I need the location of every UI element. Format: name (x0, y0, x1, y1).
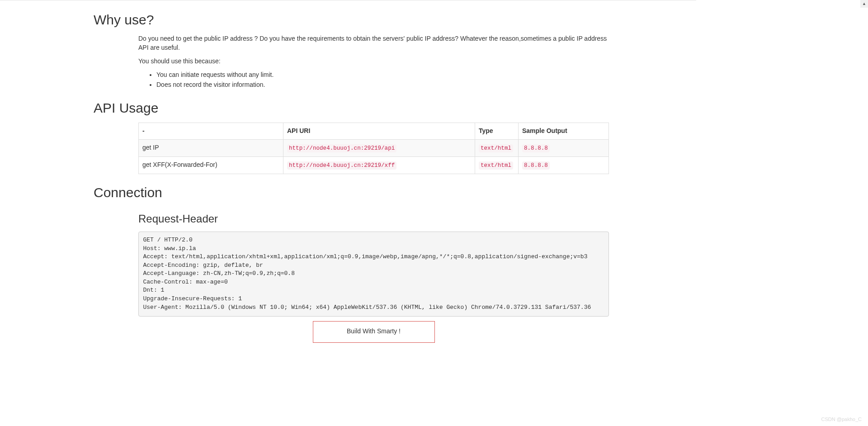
api-row-sample-cell: 8.8.8.8 (519, 156, 609, 174)
request-header-heading: Request-Header (138, 211, 609, 227)
api-type-code: text/html (479, 161, 513, 170)
api-row-name: get XFF(X-Forwarded-For) (139, 156, 283, 174)
table-header-sample: Sample Output (519, 123, 609, 139)
table-row: get IP http://node4.buuoj.cn:29219/api t… (139, 139, 609, 156)
table-header-uri: API URI (283, 123, 475, 139)
why-use-heading: Why use? (94, 10, 609, 30)
table-header-type: Type (475, 123, 519, 139)
chevron-up-icon: ▲ (862, 1, 866, 7)
connection-body: Request-Header GET / HTTP/2.0 Host: www.… (94, 211, 609, 342)
api-uri-code: http://node4.buuoj.cn:29219/xff (287, 161, 396, 170)
api-row-uri-cell: http://node4.buuoj.cn:29219/api (283, 139, 475, 156)
api-usage-heading: API Usage (94, 99, 609, 118)
api-usage-body: - API URI Type Sample Output get IP http… (94, 123, 609, 174)
connection-heading: Connection (94, 183, 609, 203)
table-header-dash: - (139, 123, 283, 139)
api-row-type-cell: text/html (475, 139, 519, 156)
api-sample-code: 8.8.8.8 (522, 144, 550, 152)
why-use-bullets: You can initiate requests without any li… (138, 71, 609, 90)
content-container: Why use? Do you need to get the public I… (87, 10, 616, 343)
api-type-code: text/html (479, 144, 513, 152)
list-item: You can initiate requests without any li… (156, 71, 609, 80)
why-use-body: Do you need to get the public IP address… (94, 34, 609, 90)
api-sample-code: 8.8.8.8 (522, 161, 550, 170)
build-with-smarty-box: Build With Smarty ! (313, 321, 435, 343)
api-row-sample-cell: 8.8.8.8 (519, 139, 609, 156)
table-row: get XFF(X-Forwarded-For) http://node4.bu… (139, 156, 609, 174)
page-root: Why use? Do you need to get the public I… (0, 0, 696, 343)
api-row-name: get IP (139, 139, 283, 156)
request-header-block: GET / HTTP/2.0 Host: www.ip.la Accept: t… (138, 232, 609, 317)
scroll-up-button[interactable]: ▲ (860, 0, 868, 8)
api-usage-table: - API URI Type Sample Output get IP http… (138, 123, 609, 174)
api-uri-code: http://node4.buuoj.cn:29219/api (287, 144, 396, 152)
api-row-type-cell: text/html (475, 156, 519, 174)
watermark: CSDN @pakho_C (821, 416, 862, 423)
list-item: Does not record the visitor information. (156, 80, 609, 90)
build-with-smarty-text: Build With Smarty ! (347, 327, 401, 335)
api-row-uri-cell: http://node4.buuoj.cn:29219/xff (283, 156, 475, 174)
why-use-intro: Do you need to get the public IP address… (138, 34, 609, 52)
table-header-row: - API URI Type Sample Output (139, 123, 609, 139)
why-use-should: You should use this because: (138, 57, 609, 66)
